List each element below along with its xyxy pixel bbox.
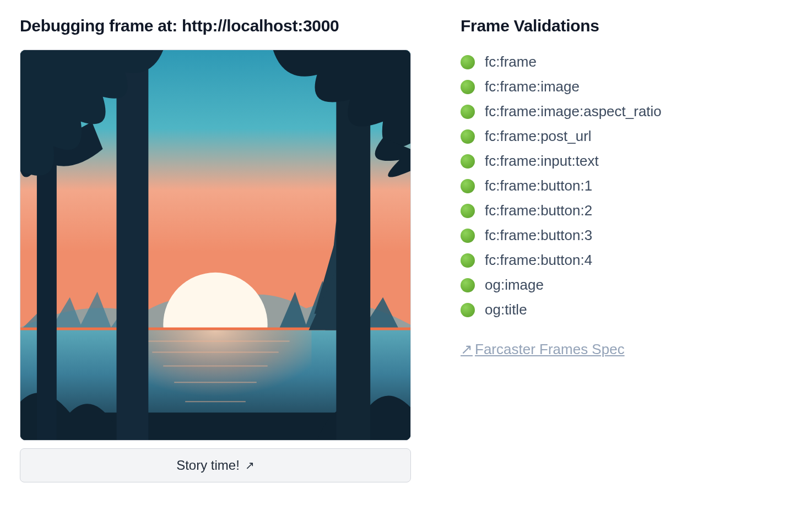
spec-link-label: Farcaster Frames Spec bbox=[475, 341, 625, 357]
validation-list: fc:framefc:frame:imagefc:frame:image:asp… bbox=[461, 50, 791, 322]
validation-label: fc:frame:button:1 bbox=[485, 177, 592, 194]
status-pass-icon bbox=[461, 80, 475, 94]
status-pass-icon bbox=[461, 229, 475, 243]
button-label: Story time! bbox=[176, 458, 240, 473]
validation-label: fc:frame:button:4 bbox=[485, 252, 592, 269]
svg-rect-11 bbox=[117, 50, 149, 440]
frames-spec-link[interactable]: ↗Farcaster Frames Spec bbox=[461, 341, 625, 358]
validation-label: fc:frame:image bbox=[485, 78, 580, 95]
validation-label: fc:frame:post_url bbox=[485, 128, 592, 145]
validation-label: fc:frame:image:aspect_ratio bbox=[485, 103, 662, 120]
validation-label: og:image bbox=[485, 276, 544, 294]
validation-label: fc:frame:button:2 bbox=[485, 202, 592, 219]
status-pass-icon bbox=[461, 303, 475, 317]
status-pass-icon bbox=[461, 154, 475, 169]
validation-item: fc:frame:button:4 bbox=[461, 248, 791, 273]
frame-image bbox=[20, 50, 411, 441]
validation-item: og:image bbox=[461, 273, 791, 297]
validation-item: fc:frame:button:2 bbox=[461, 198, 791, 223]
status-pass-icon bbox=[461, 278, 475, 292]
validation-item: fc:frame:image:aspect_ratio bbox=[461, 99, 791, 124]
validations-title: Frame Validations bbox=[461, 17, 791, 35]
page-title: Debugging frame at: http://localhost:300… bbox=[20, 17, 411, 35]
validation-item: fc:frame:post_url bbox=[461, 124, 791, 149]
validation-label: og:title bbox=[485, 301, 527, 318]
validation-item: fc:frame bbox=[461, 50, 791, 74]
status-pass-icon bbox=[461, 253, 475, 268]
status-pass-icon bbox=[461, 179, 475, 193]
status-pass-icon bbox=[461, 204, 475, 218]
external-link-icon: ↗ bbox=[245, 460, 255, 471]
validation-label: fc:frame:button:3 bbox=[485, 227, 592, 244]
validation-item: og:title bbox=[461, 297, 791, 322]
status-pass-icon bbox=[461, 105, 475, 119]
status-pass-icon bbox=[461, 55, 475, 69]
story-time-button[interactable]: Story time! ↗ bbox=[20, 448, 411, 482]
validation-label: fc:frame bbox=[485, 53, 537, 70]
external-link-icon: ↗ bbox=[461, 341, 473, 357]
status-pass-icon bbox=[461, 129, 475, 144]
validation-item: fc:frame:input:text bbox=[461, 149, 791, 173]
validation-item: fc:frame:button:1 bbox=[461, 173, 791, 198]
validation-label: fc:frame:input:text bbox=[485, 153, 599, 170]
validation-item: fc:frame:image bbox=[461, 74, 791, 99]
validation-item: fc:frame:button:3 bbox=[461, 223, 791, 248]
